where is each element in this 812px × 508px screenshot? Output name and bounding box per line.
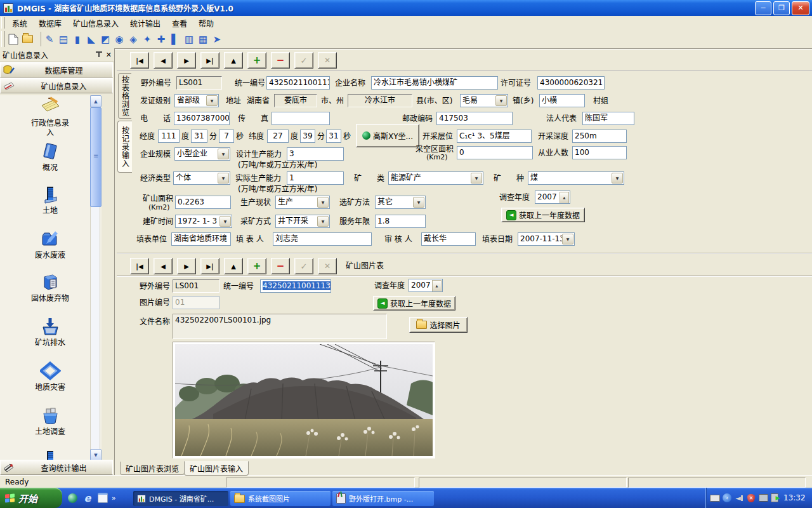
- longitude-sec-input[interactable]: 7: [219, 130, 234, 143]
- sidebar-item-label[interactable]: 行政信息录入: [29, 119, 72, 138]
- pin-icon[interactable]: [95, 51, 103, 59]
- nav-top-button[interactable]: ▲: [224, 52, 243, 69]
- build-time-combo[interactable]: 1972- 1- 3▼: [175, 215, 232, 228]
- nav-last-button[interactable]: ▶|: [200, 258, 219, 274]
- toolbar-geological-hazard-icon[interactable]: ◈: [126, 32, 140, 47]
- sidebar-item-wastewater[interactable]: [0, 229, 100, 251]
- nav-top-button[interactable]: ▲: [224, 258, 243, 274]
- auditor-input[interactable]: 戴长华: [421, 232, 476, 246]
- sidebar-item-label[interactable]: 固体废弃物: [29, 294, 72, 304]
- nav-next-button[interactable]: ▶: [177, 52, 196, 69]
- menu-statistics[interactable]: 统计输出: [124, 17, 166, 30]
- tab-table-browse[interactable]: 按表格浏览: [118, 73, 131, 119]
- chevron-down-icon[interactable]: ▼: [413, 197, 424, 208]
- nav-prev-button[interactable]: ◀: [154, 258, 173, 274]
- latitude-min-input[interactable]: 39: [300, 130, 315, 143]
- sidebar-item-land-survey[interactable]: [0, 405, 100, 428]
- toolbar-output-icon[interactable]: ▌: [168, 32, 182, 47]
- nav-next-button[interactable]: ▶: [177, 258, 196, 274]
- spinner-arrows-icon[interactable]: ▲▼: [432, 280, 442, 291]
- enterprise-scale-combo[interactable]: 小型企业▼: [174, 147, 230, 161]
- chevron-down-icon[interactable]: ▼: [218, 149, 229, 159]
- toolbar-ledger-icon[interactable]: ▥: [182, 32, 196, 47]
- security-shield-icon[interactable]: ✕: [746, 493, 756, 503]
- menu-database[interactable]: 数据库: [33, 17, 67, 30]
- chevron-down-icon[interactable]: ▼: [317, 197, 329, 208]
- toolbar-exit-icon[interactable]: ➤: [210, 32, 224, 47]
- database-sync-icon[interactable]: ▶: [770, 493, 780, 503]
- sidebar-item-label[interactable]: 废水废液: [29, 251, 72, 260]
- longitude-deg-input[interactable]: 111: [158, 130, 180, 143]
- county-combo[interactable]: 毛易▼: [460, 94, 508, 107]
- fill-unit-input[interactable]: 湖南省地质环境: [171, 232, 231, 246]
- unified-no-input[interactable]: 43250211001113: [266, 76, 330, 90]
- nav-remove-button[interactable]: −: [271, 52, 290, 69]
- volume-tray-icon[interactable]: ◄: [734, 493, 744, 503]
- mining-layer-input[interactable]: C₁c¹ 3、5煤层: [457, 130, 532, 143]
- nav-prev-button[interactable]: ◀: [154, 52, 173, 69]
- economic-type-combo[interactable]: 个体▼: [173, 171, 230, 185]
- toolbar-solid-waste-icon[interactable]: ◩: [98, 32, 112, 47]
- open-folder-icon[interactable]: [20, 32, 34, 47]
- language-bar-icon[interactable]: ‹: [722, 493, 732, 503]
- sidebar-item-land[interactable]: [0, 184, 100, 207]
- new-document-icon[interactable]: [6, 32, 20, 47]
- toolbar-archive-icon[interactable]: ▦: [196, 32, 210, 47]
- chevron-down-icon[interactable]: ▼: [495, 95, 507, 106]
- sidebar-item-label[interactable]: 概况: [29, 163, 72, 173]
- toolbar-admin-entry-icon[interactable]: ✎: [43, 32, 56, 47]
- quick-launch-window-icon[interactable]: [96, 491, 109, 504]
- taskbar-task-folder[interactable]: 系统截图图片: [230, 491, 331, 506]
- taskbar-task-bmp[interactable]: 野外版打开.bmp -...: [332, 491, 434, 506]
- toolbar-mine-drainage-icon[interactable]: ◉: [112, 32, 126, 47]
- toolbar-overview-icon[interactable]: ▤: [56, 32, 70, 47]
- chevron-down-icon[interactable]: ▼: [218, 173, 229, 184]
- toolbar-land-icon[interactable]: ▮: [70, 32, 84, 47]
- nav-cancel-button[interactable]: ✕: [318, 52, 337, 69]
- toolbar-grip[interactable]: [1, 31, 5, 47]
- fetch-previous-year-button[interactable]: ◄获取上一年度数据: [501, 208, 585, 222]
- quick-launch-ie-icon[interactable]: e: [81, 491, 94, 504]
- start-button[interactable]: 开始: [0, 488, 62, 508]
- longitude-min-input[interactable]: 31: [191, 130, 207, 143]
- mine-class-combo[interactable]: 能源矿产▼: [388, 171, 483, 185]
- pic-unified-no-input[interactable]: 43250211001113: [260, 279, 331, 293]
- fax-input[interactable]: [272, 112, 330, 125]
- menu-system[interactable]: 系统: [6, 17, 33, 30]
- nav-first-button[interactable]: |◀: [130, 258, 149, 274]
- close-button[interactable]: ✕: [792, 1, 809, 15]
- sidebar-item-mine-drainage[interactable]: [0, 316, 100, 339]
- minimize-button[interactable]: ─: [755, 1, 771, 15]
- menu-view[interactable]: 查看: [166, 17, 193, 30]
- tab-picture-browse[interactable]: 矿山图片表浏览: [120, 462, 185, 475]
- sidebar-item-admin-entry[interactable]: [0, 97, 100, 119]
- mining-depth-input[interactable]: 250m: [572, 130, 627, 143]
- sidebar-group-database[interactable]: 数据库管理: [0, 62, 113, 77]
- beneficiation-combo[interactable]: 其它▼: [375, 196, 426, 209]
- nav-remove-button[interactable]: −: [271, 258, 290, 274]
- license-input[interactable]: 4300000620321: [537, 76, 605, 90]
- sidebar-group-mine-entry[interactable]: 矿山信息录入: [0, 78, 113, 93]
- keyboard-tray-icon[interactable]: [710, 493, 720, 503]
- phone-input[interactable]: 13607387000: [174, 112, 230, 125]
- scroll-thumb[interactable]: [90, 107, 102, 207]
- nav-ok-button[interactable]: ✓: [294, 52, 313, 69]
- cert-level-combo[interactable]: 省部级▼: [174, 94, 219, 107]
- pic-fetch-previous-year-button[interactable]: ◄获取上一年度数据: [373, 296, 455, 311]
- sidebar-item-label[interactable]: 土地调查: [29, 427, 72, 437]
- network-monitor-icon[interactable]: [758, 493, 768, 503]
- toolbar-statistics-icon[interactable]: ✚: [154, 32, 168, 47]
- menu-help[interactable]: 帮助: [193, 17, 219, 30]
- chevron-down-icon[interactable]: ▼: [206, 95, 218, 106]
- employees-input[interactable]: 100: [572, 146, 627, 159]
- taskbar-task-dmgis[interactable]: DMGIS - 湖南省矿...: [133, 491, 228, 506]
- mining-method-combo[interactable]: 井下开采▼: [275, 215, 330, 228]
- sidebar-item-overview[interactable]: [0, 141, 100, 164]
- toolbar-wastewater-icon[interactable]: ◣: [84, 32, 98, 47]
- gauss-xy-button[interactable]: 高斯XY坐...: [356, 124, 419, 147]
- sidebar-item-geological-hazard[interactable]: [0, 361, 100, 384]
- town-input[interactable]: 小横: [539, 94, 585, 107]
- pic-survey-year-spinner[interactable]: 2007▲▼: [409, 279, 443, 292]
- sidebar-item-partial[interactable]: [0, 448, 100, 460]
- design-capacity-input[interactable]: 3: [287, 147, 344, 161]
